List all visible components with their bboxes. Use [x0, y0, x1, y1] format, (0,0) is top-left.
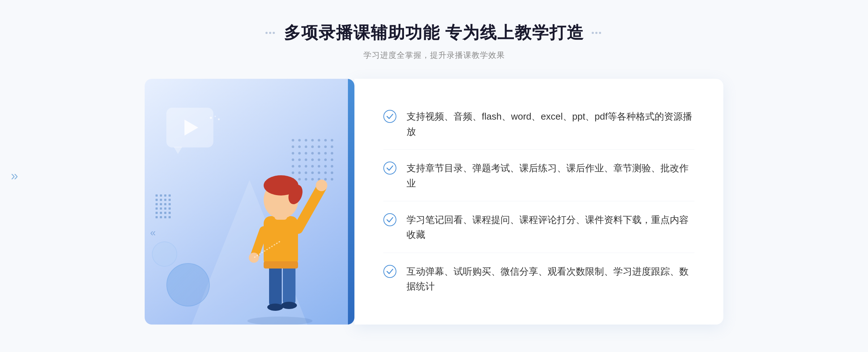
svg-point-5	[599, 32, 601, 34]
page-title: 多项录播课辅助功能 专为线上教学打造	[284, 22, 584, 44]
play-icon	[184, 120, 198, 136]
check-icon-1	[383, 110, 396, 123]
svg-point-33	[331, 159, 333, 161]
feature-text-4: 互动弹幕、试听购买、微信分享、观看次数限制、学习进度跟踪、数据统计	[407, 264, 694, 294]
svg-rect-57	[283, 263, 295, 305]
svg-point-74	[384, 110, 396, 123]
header-section: 多项录播课辅助功能 专为线上教学打造 学习进度全掌握，提升录播课教学效果	[265, 22, 603, 61]
check-icon-2	[383, 162, 396, 175]
svg-rect-56	[269, 263, 282, 306]
svg-point-47	[331, 172, 333, 174]
check-icon-4	[383, 265, 396, 278]
feature-item-3: 学习笔记回看、课程提问、课程评论打分、课件资料下载，重点内容收藏	[383, 202, 694, 253]
check-icon-3	[383, 213, 396, 226]
left-title-decorator	[265, 31, 277, 35]
svg-point-1	[269, 32, 271, 34]
svg-point-71	[210, 117, 212, 119]
svg-point-12	[331, 139, 333, 142]
illustration-card: // dots rendered below via SVG directly	[145, 79, 354, 325]
svg-point-55	[247, 317, 312, 325]
svg-point-75	[384, 162, 396, 174]
svg-point-4	[595, 32, 597, 34]
main-content: // dots rendered below via SVG directly	[145, 79, 723, 325]
play-bubble	[166, 108, 213, 147]
feature-item-2: 支持章节目录、弹题考试、课后练习、课后作业、章节测验、批改作业	[383, 151, 694, 201]
feature-text-3: 学习笔记回看、课程提问、课程评论打分、课件资料下载，重点内容收藏	[407, 213, 694, 242]
svg-point-59	[281, 302, 297, 309]
blue-bar	[348, 79, 354, 325]
svg-point-2	[273, 32, 275, 34]
feature-text-1: 支持视频、音频、flash、word、excel、ppt、pdf等各种格式的资源…	[407, 109, 694, 139]
svg-point-19	[331, 146, 333, 148]
svg-point-3	[592, 32, 594, 34]
svg-point-73	[218, 119, 220, 120]
page-container: 多项录播课辅助功能 专为线上教学打造 学习进度全掌握，提升录播课教学效果 »	[0, 0, 868, 352]
svg-rect-61	[264, 261, 298, 269]
content-panel: 支持视频、音频、flash、word、excel、ppt、pdf等各种格式的资源…	[354, 79, 723, 325]
svg-point-26	[331, 152, 333, 155]
feature-item-4: 互动弹幕、试听购买、微信分享、观看次数限制、学习进度跟踪、数据统计	[383, 254, 694, 304]
svg-point-54	[331, 178, 333, 181]
feature-item-1: 支持视频、音频、flash、word、excel、ppt、pdf等各种格式的资源…	[383, 99, 694, 150]
svg-point-68	[316, 180, 327, 191]
svg-point-40	[331, 165, 333, 168]
feature-text-2: 支持章节目录、弹题考试、课后练习、课后作业、章节测验、批改作业	[407, 161, 694, 191]
character-illustration	[229, 137, 331, 325]
stripe-decoration	[156, 194, 171, 218]
svg-rect-60	[264, 216, 298, 267]
left-page-arrows: »	[11, 168, 18, 184]
svg-point-0	[265, 32, 268, 34]
svg-point-72	[214, 116, 216, 117]
deco-circle-blue	[166, 263, 210, 306]
deco-circle-small	[152, 241, 177, 267]
svg-point-76	[384, 214, 396, 226]
title-wrapper: 多项录播课辅助功能 专为线上教学打造	[265, 22, 603, 44]
right-title-decorator	[591, 31, 603, 35]
chevron-left-arrows: «	[150, 228, 156, 238]
svg-point-58	[267, 304, 283, 311]
page-subtitle: 学习进度全掌握，提升录播课教学效果	[265, 50, 603, 61]
svg-point-77	[384, 265, 396, 278]
sparkle-decoration	[208, 115, 222, 129]
